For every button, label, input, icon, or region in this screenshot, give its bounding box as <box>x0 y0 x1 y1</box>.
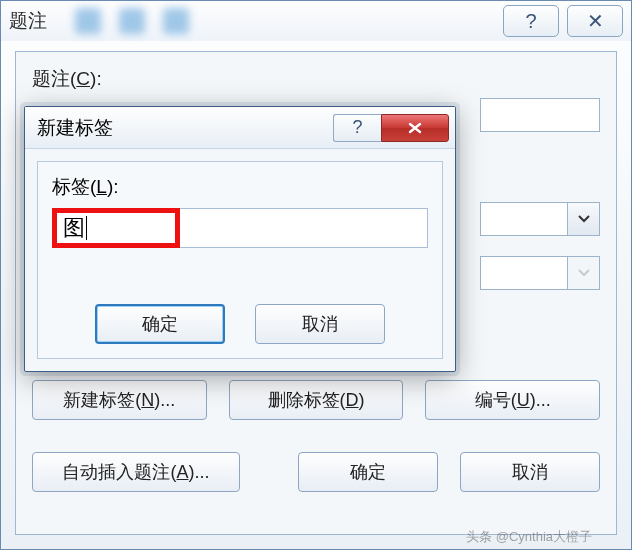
new-label-titlebar: 新建标签 ? <box>25 107 455 149</box>
close-icon <box>406 121 424 135</box>
label-input-highlight[interactable]: 图 <box>52 208 180 248</box>
dialog-buttons-row: 自动插入题注(A)... 确定 取消 <box>32 452 600 492</box>
label-combo[interactable] <box>480 202 600 236</box>
modal-close-button[interactable] <box>381 114 449 142</box>
delete-label-button[interactable]: 删除标签(D) <box>229 380 404 420</box>
new-label-client: 标签(L): 图 确定 取消 <box>37 161 443 359</box>
text-caret <box>86 216 87 240</box>
label-input-value: 图 <box>63 213 85 243</box>
help-button[interactable]: ? <box>503 5 559 37</box>
help-icon: ? <box>525 10 536 33</box>
chevron-down-icon <box>567 203 599 235</box>
new-label-dialog: 新建标签 ? 标签(L): 图 确定 取消 <box>24 106 456 372</box>
ok-button[interactable]: 确定 <box>298 452 438 492</box>
label-field-label: 标签(L): <box>52 174 428 200</box>
caption-field-label: 题注(C): <box>32 66 600 92</box>
caption-title: 题注 <box>9 8 47 34</box>
auto-caption-button[interactable]: 自动插入题注(A)... <box>32 452 240 492</box>
chevron-down-icon <box>567 257 599 289</box>
watermark-text: 头条 @Cynthia大橙子 <box>466 528 592 546</box>
modal-help-button[interactable]: ? <box>333 114 381 142</box>
label-input[interactable] <box>180 208 428 248</box>
help-icon: ? <box>352 117 362 138</box>
new-label-title: 新建标签 <box>37 115 333 141</box>
close-icon: ✕ <box>587 9 604 33</box>
modal-buttons-row: 确定 取消 <box>38 304 442 344</box>
position-combo[interactable] <box>480 256 600 290</box>
caption-text-input[interactable] <box>480 98 600 132</box>
caption-titlebar: 题注 ? ✕ <box>1 1 631 41</box>
modal-ok-button[interactable]: 确定 <box>95 304 225 344</box>
label-buttons-row: 新建标签(N)... 删除标签(D) 编号(U)... <box>32 380 600 420</box>
modal-cancel-button[interactable]: 取消 <box>255 304 385 344</box>
numbering-button[interactable]: 编号(U)... <box>425 380 600 420</box>
cancel-button[interactable]: 取消 <box>460 452 600 492</box>
close-button[interactable]: ✕ <box>567 5 623 37</box>
label-input-row: 图 <box>52 208 428 248</box>
new-label-button[interactable]: 新建标签(N)... <box>32 380 207 420</box>
blurred-background-icons <box>75 8 189 34</box>
